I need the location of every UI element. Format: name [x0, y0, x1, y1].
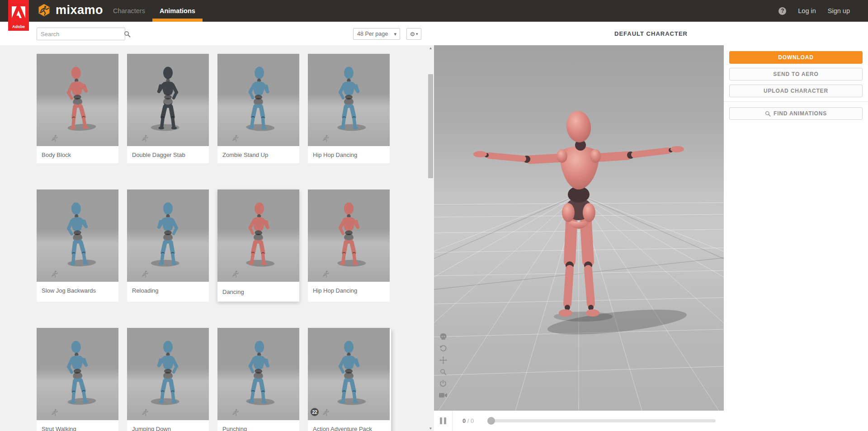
animation-thumbnail: 22	[308, 328, 390, 420]
character-figure	[325, 198, 373, 275]
running-man-icon	[231, 408, 239, 417]
frame-separator: /	[467, 417, 469, 424]
animation-card-label: Strut Walking	[37, 420, 118, 431]
animation-card-label: Hip Hop Dancing	[308, 146, 390, 163]
orbit-rotate-icon[interactable]	[439, 344, 448, 353]
character-viewport[interactable]	[434, 45, 724, 411]
frame-total: 0	[471, 417, 474, 424]
animation-card-label: Dancing	[217, 282, 299, 302]
animations-panel: 48 Per page ▾ ⚙ ▾ Body Block Double Dagg…	[0, 22, 434, 431]
timeline-slider[interactable]	[487, 411, 716, 431]
pan-move-icon[interactable]	[439, 355, 448, 365]
send-to-aero-button[interactable]: SEND TO AERO	[729, 68, 863, 81]
pause-button[interactable]	[434, 411, 452, 431]
running-man-icon	[231, 270, 239, 278]
animation-card[interactable]: Double Dagger Stab	[127, 54, 209, 163]
running-man-icon	[50, 270, 58, 278]
adobe-logo[interactable]: Adobe	[8, 0, 29, 31]
animation-thumbnail	[308, 54, 390, 146]
upload-character-button[interactable]: UPLOAD CHARACTER	[729, 85, 863, 97]
animation-card[interactable]: Strut Walking	[37, 328, 118, 431]
animation-grid: Body Block Double Dagger Stab Zombie Sta…	[37, 54, 398, 431]
download-button[interactable]: DOWNLOAD	[729, 51, 863, 64]
animation-thumbnail	[37, 54, 118, 146]
search-box	[37, 28, 125, 40]
per-page-select[interactable]: 48 Per page	[354, 28, 400, 39]
character-figure	[233, 197, 283, 275]
left-scrollbar[interactable]: ▲ ▼	[428, 45, 434, 431]
adobe-label: Adobe	[12, 24, 25, 29]
animation-thumbnail	[308, 189, 390, 282]
running-man-icon	[321, 408, 330, 417]
scroll-up-arrow[interactable]: ▲	[428, 45, 434, 51]
scrollbar-thumb[interactable]	[428, 74, 433, 178]
animation-card[interactable]: Body Block	[37, 54, 118, 163]
login-link[interactable]: Log in	[798, 7, 816, 14]
tab-characters[interactable]: Characters	[106, 0, 152, 22]
running-man-icon	[141, 134, 149, 142]
running-man-icon	[141, 270, 149, 278]
character-figure	[325, 336, 373, 413]
animation-card[interactable]: Zombie Stand Up	[217, 54, 299, 163]
zoom-icon[interactable]	[439, 367, 448, 376]
settings-button[interactable]: ⚙ ▾	[406, 28, 421, 40]
adobe-a-icon	[12, 6, 25, 19]
signup-link[interactable]: Sign up	[828, 7, 850, 14]
per-page-select-wrap: 48 Per page ▾	[353, 28, 400, 40]
search-icon[interactable]	[124, 31, 131, 38]
character-skull-icon[interactable]	[439, 332, 448, 341]
character-3d-scene	[434, 45, 724, 411]
mixamo-logo[interactable]: mixamo	[37, 3, 103, 17]
timeline-knob[interactable]	[487, 417, 495, 425]
nav-tabs: Characters Animations	[106, 0, 203, 22]
animation-card-label: Body Block	[37, 146, 118, 163]
running-man-icon	[141, 408, 149, 417]
running-man-icon	[231, 134, 239, 142]
animation-thumbnail	[217, 189, 299, 282]
timeline-track[interactable]	[487, 419, 716, 422]
frame-counter: 0 / 0	[462, 417, 474, 424]
animation-thumbnail	[217, 328, 299, 420]
action-panel: DOWNLOAD SEND TO AERO UPLOAD CHARACTER F…	[724, 45, 868, 431]
scroll-down-arrow[interactable]: ▼	[428, 426, 434, 431]
panel-divider	[724, 101, 868, 102]
mixamo-hexagon-icon	[37, 3, 51, 17]
animation-card[interactable]: Hip Hop Dancing	[308, 189, 390, 302]
animation-card[interactable]: Jumping Down	[127, 328, 209, 431]
animation-card-label: Jumping Down	[127, 420, 209, 431]
animation-card[interactable]: Punching	[217, 328, 299, 431]
frame-current: 0	[462, 417, 466, 424]
animation-thumbnail	[37, 189, 118, 282]
gear-icon: ⚙	[410, 31, 415, 38]
character-title: DEFAULT CHARACTER	[614, 30, 688, 37]
character-figure	[52, 61, 104, 140]
running-man-icon	[50, 134, 58, 142]
find-animations-button[interactable]: FIND ANIMATIONS	[729, 107, 863, 120]
tab-animations[interactable]: Animations	[152, 0, 203, 22]
character-figure	[52, 335, 104, 414]
character-figure	[233, 335, 283, 414]
animation-card[interactable]: Slow Jog Backwards	[37, 189, 118, 302]
animation-thumbnail	[37, 328, 118, 420]
running-man-icon	[50, 408, 58, 417]
animation-card[interactable]: Reloading	[127, 189, 209, 302]
animation-card[interactable]: Dancing	[217, 189, 299, 302]
animation-thumbnail	[127, 54, 209, 146]
animation-thumbnail	[127, 328, 209, 420]
playback-bar: 0 / 0	[434, 411, 724, 431]
animation-thumbnail	[127, 189, 209, 282]
character-figure	[325, 62, 373, 139]
top-navbar: mixamo Characters Animations ? Log in Si…	[0, 0, 868, 22]
reset-power-icon[interactable]	[439, 379, 448, 388]
running-man-icon	[321, 270, 330, 278]
help-icon[interactable]: ?	[778, 7, 786, 15]
animation-card[interactable]: Hip Hop Dancing	[308, 54, 390, 163]
animation-card-label: Reloading	[127, 282, 209, 299]
playbar-divider	[452, 411, 453, 431]
animation-card-label: Slow Jog Backwards	[37, 282, 118, 299]
search-input[interactable]	[37, 31, 124, 38]
video-camera-icon[interactable]	[439, 391, 448, 400]
caret-down-icon: ▾	[416, 32, 418, 36]
animation-card[interactable]: 22 Action Adventure Pack	[308, 328, 390, 431]
character-figure	[144, 336, 192, 413]
